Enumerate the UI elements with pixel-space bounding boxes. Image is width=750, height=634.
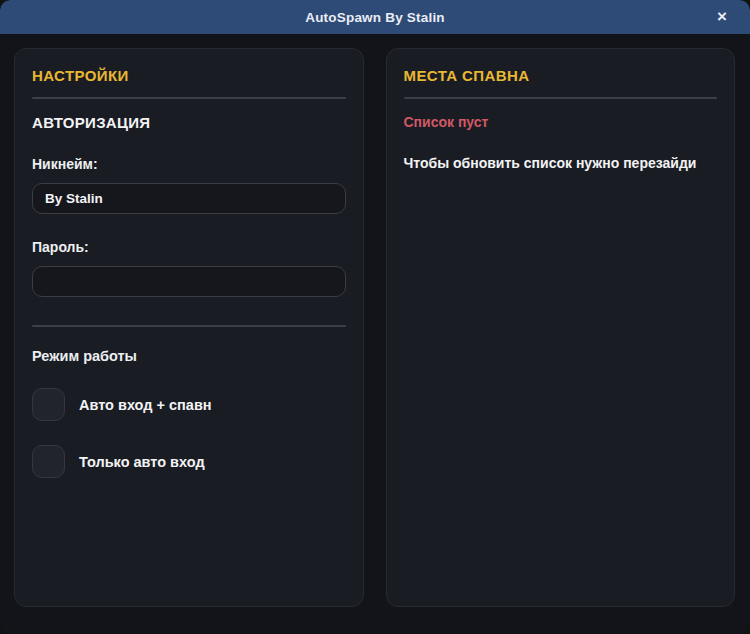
nickname-input[interactable] — [32, 183, 346, 214]
password-input[interactable] — [32, 266, 346, 297]
checkbox-only-auto-login[interactable] — [32, 445, 65, 478]
checkbox-auto-login-spawn-label: Авто вход + спавн — [79, 397, 212, 413]
refresh-hint-message: Чтобы обновить список нужно перезайди — [404, 155, 718, 171]
nickname-label: Никнейм: — [32, 156, 346, 172]
password-label: Пароль: — [32, 239, 346, 255]
mode-section-title: Режим работы — [32, 348, 346, 364]
spawn-places-panel: МЕСТА СПАВНА Список пуст Чтобы обновить … — [386, 48, 736, 607]
window-title: AutoSpawn By Stalin — [305, 10, 445, 25]
spawn-panel-title: МЕСТА СПАВНА — [404, 67, 718, 84]
auth-section-title: АВТОРИЗАЦИЯ — [32, 114, 346, 131]
settings-panel-title: НАСТРОЙКИ — [32, 67, 346, 84]
window-content: НАСТРОЙКИ АВТОРИЗАЦИЯ Никнейм: Пароль: Р… — [0, 34, 750, 634]
settings-panel: НАСТРОЙКИ АВТОРИЗАЦИЯ Никнейм: Пароль: Р… — [14, 48, 364, 607]
titlebar[interactable]: AutoSpawn By Stalin × — [0, 0, 750, 34]
mode-option-row: Авто вход + спавн — [32, 388, 346, 421]
mode-option-row: Только авто вход — [32, 445, 346, 478]
divider — [404, 97, 718, 99]
checkbox-only-auto-login-label: Только авто вход — [79, 454, 205, 470]
close-button[interactable]: × — [708, 0, 736, 34]
app-window: AutoSpawn By Stalin × НАСТРОЙКИ АВТОРИЗА… — [0, 0, 750, 634]
divider — [32, 97, 346, 99]
checkbox-auto-login-spawn[interactable] — [32, 388, 65, 421]
empty-list-message: Список пуст — [404, 114, 718, 130]
divider — [32, 325, 346, 327]
